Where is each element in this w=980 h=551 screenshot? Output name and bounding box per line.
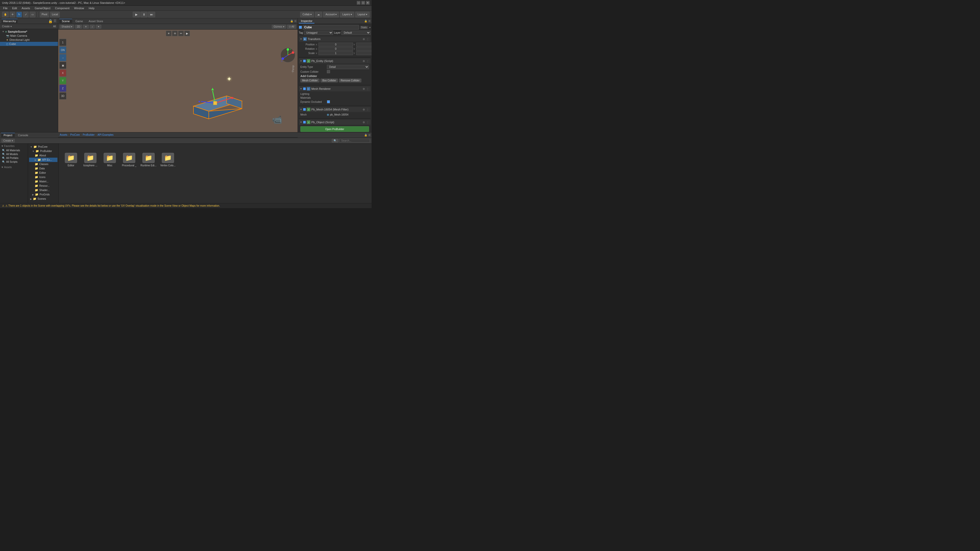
folder-runtime-edi[interactable]: 📁 Runtime Edi... (140, 153, 157, 167)
position-y-input[interactable] (356, 43, 372, 46)
scene-menu-icon[interactable]: ☰ (294, 20, 297, 22)
pb-object-menu-icon[interactable]: ⋮ (366, 121, 369, 124)
dynamic-occluded-checkbox[interactable] (327, 100, 330, 103)
rotate-tool-button[interactable]: ↻ (16, 12, 22, 17)
scale-tool-button[interactable]: ⤢ (23, 12, 29, 17)
hand-tool-button[interactable]: ✋ (2, 12, 9, 17)
hierarchy-lock-icon[interactable]: 🔒 (48, 19, 52, 23)
account-button[interactable]: Account ▾ (323, 12, 339, 17)
scene-toolbar-icon3[interactable]: ✏ (178, 30, 184, 36)
project-search-input[interactable] (339, 139, 370, 143)
asset-probuilder[interactable]: ▼ 📁 ProBuilder (29, 149, 57, 153)
layout-button[interactable]: Layout ▾ (355, 12, 369, 17)
scene-side-btn-3[interactable]: → (59, 54, 66, 61)
project-search-button[interactable]: 🔍 (332, 139, 339, 143)
tag-select[interactable]: Untagged (304, 30, 333, 35)
obj-active-checkbox[interactable] (299, 26, 302, 29)
pb-mesh-settings-icon[interactable]: ⚙ (362, 108, 366, 111)
asset-resources[interactable]: 📁 Resour... (29, 184, 57, 188)
pivot-button[interactable]: Pivot (40, 12, 49, 17)
play-button[interactable]: ▶ (133, 12, 140, 17)
hierarchy-tab[interactable]: Hierarchy (2, 19, 18, 23)
menu-edit[interactable]: Edit (10, 6, 19, 10)
scene-side-btn-3d[interactable]: 3D (59, 92, 66, 100)
inspector-tab[interactable]: Inspector (299, 19, 314, 24)
minimize-button[interactable]: ─ (357, 1, 360, 5)
pause-button[interactable]: ⏸ (140, 12, 148, 17)
hierarchy-item-samplescene[interactable]: ▼ ≡ SampleScene* (0, 30, 58, 34)
menu-window[interactable]: Window (72, 6, 86, 10)
inspector-menu-icon[interactable]: ☰ (368, 20, 371, 22)
asset-api-examples[interactable]: ▶ 📁 API Ex... (29, 158, 57, 162)
menu-component[interactable]: Component (53, 6, 72, 10)
effects-button[interactable]: ✦ (96, 25, 101, 29)
layers-button[interactable]: Layers ▾ (340, 12, 354, 17)
mesh-renderer-header[interactable]: ▼ ◻ Mesh Renderer ⚙ ⋮ (299, 86, 371, 91)
2d-button[interactable]: 2D (75, 25, 82, 29)
scene-side-btn-on[interactable]: ON (59, 46, 66, 54)
scale-x-input[interactable] (318, 51, 353, 55)
tab-assetstore[interactable]: Asset Store (86, 19, 106, 23)
hierarchy-item-maincamera[interactable]: 📷 Main Camera (0, 34, 58, 38)
mesh-renderer-checkbox[interactable] (303, 87, 306, 90)
rect-tool-button[interactable]: ▭ (30, 12, 35, 17)
tab-project[interactable]: Project (1, 133, 15, 137)
scene-side-btn-4[interactable]: ▣ (59, 62, 66, 69)
entity-type-select[interactable]: Detail (327, 65, 369, 69)
folder-vertex-colo[interactable]: 📁 Vertex Colo... (160, 153, 176, 167)
pb-mesh-checkbox[interactable] (303, 108, 306, 111)
move-tool-button[interactable]: ✛ (10, 12, 15, 17)
mesh-collider-button[interactable]: Mesh Collider (301, 79, 320, 83)
tab-console[interactable]: Console (15, 133, 30, 137)
pb-entity-header[interactable]: ▼ J Pb_Entity (Script) ⚙ ⋮ (299, 59, 371, 64)
folder-icosphere[interactable]: 📁 Icosphere ... (82, 153, 99, 167)
project-menu-icon[interactable]: ☰ (368, 134, 371, 137)
step-button[interactable]: ⏭ (148, 12, 155, 17)
fav-item-models[interactable]: 🔍 All Models (1, 152, 27, 156)
mesh-renderer-menu-icon[interactable]: ⋮ (366, 87, 369, 91)
cloud-button[interactable]: ☁ (315, 12, 322, 17)
fav-item-scripts[interactable]: 🔍 All Scripts (1, 160, 27, 164)
close-button[interactable]: ✕ (366, 1, 369, 5)
fav-item-prefabs[interactable]: 🔍 All Prefabs (1, 156, 27, 160)
hierarchy-all-btn[interactable]: All (52, 25, 57, 28)
remove-collider-button[interactable]: Remove Collider (339, 79, 361, 83)
scene-side-btn-y[interactable]: Y (59, 77, 66, 84)
transform-component-header[interactable]: ▼ ⊕ Transform ⚙ ⋮ (299, 37, 371, 41)
scene-view[interactable]: ☀ ✛ ✏ ▶ 1 ON → ▣ X Y Z 3D (58, 30, 298, 132)
folder-misc[interactable]: 📁 Misc (102, 153, 118, 167)
project-create-button[interactable]: Create ▾ (2, 139, 15, 143)
scene-toolbar-icon1[interactable]: ☀ (166, 30, 172, 36)
tab-game[interactable]: Game (73, 19, 86, 23)
pb-mesh-header[interactable]: ▼ J Pb_Mesh-16054 (Mesh Filter) ⚙ ⋮ (299, 107, 371, 112)
favorites-header[interactable]: ▼ Favorites (1, 144, 27, 148)
rotation-x-input[interactable] (318, 47, 353, 51)
inspector-lock-icon[interactable]: 🔒 (364, 20, 367, 22)
gizmos-button[interactable]: Gizmos ▾ (272, 25, 286, 29)
hierarchy-create-btn[interactable]: Create ▾ (1, 25, 13, 28)
fav-item-materials[interactable]: 🔍 All Materials (1, 148, 27, 152)
scale-y-input[interactable] (356, 51, 372, 55)
asset-about[interactable]: 📁 About (29, 153, 57, 158)
asset-icons[interactable]: 📁 Icons (29, 175, 57, 179)
menu-assets[interactable]: Assets (20, 6, 32, 10)
custom-collider-checkbox[interactable] (327, 70, 330, 73)
pb-object-header[interactable]: ▼ J Pb_Object (Script) ⚙ ⋮ (299, 120, 371, 125)
pb-object-checkbox[interactable] (303, 121, 306, 124)
asset-materials[interactable]: 📁 Materi... (29, 179, 57, 184)
asset-scenes[interactable]: ▶ 📁 Scenes (29, 197, 57, 201)
transform-menu-icon[interactable]: ⋮ (366, 37, 369, 41)
scene-lock-icon[interactable]: 🔒 (290, 20, 293, 22)
open-probuilder-button[interactable]: Open ProBuilder (301, 126, 369, 132)
all-button[interactable]: ⦾ All (287, 25, 296, 29)
project-lock-icon[interactable]: 🔒 (364, 134, 367, 137)
layer-select[interactable]: Default (342, 30, 371, 35)
assets-tree-header[interactable]: ▼ Assets (1, 166, 27, 168)
shaded-button[interactable]: Shaded ▾ (60, 25, 74, 29)
asset-progrids[interactable]: ▶ 📁 ProGrids (29, 192, 57, 197)
local-button[interactable]: Local (50, 12, 60, 17)
folder-editor[interactable]: 📁 Editor (63, 153, 79, 167)
asset-shaders[interactable]: 📁 Shader... (29, 188, 57, 192)
pb-entity-settings-icon[interactable]: ⚙ (362, 59, 366, 63)
maximize-button[interactable]: □ (361, 1, 365, 5)
